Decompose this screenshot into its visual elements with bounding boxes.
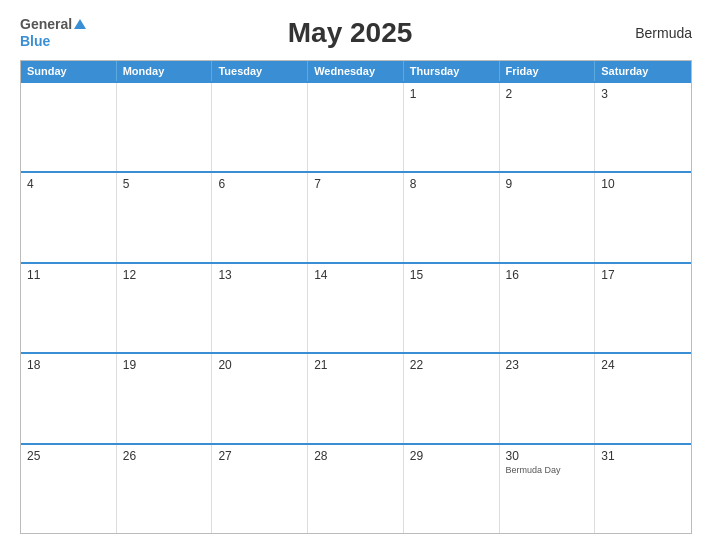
cell-may-20: 20 <box>212 354 308 442</box>
cell-may-25: 25 <box>21 445 117 533</box>
logo-general-text: General <box>20 16 72 32</box>
cell-may-21: 21 <box>308 354 404 442</box>
logo-row: General <box>20 16 88 32</box>
header-thursday: Thursday <box>404 61 500 81</box>
cell-may-3: 3 <box>595 83 691 171</box>
cell-may-23: 23 <box>500 354 596 442</box>
cell-may-11: 11 <box>21 264 117 352</box>
cell-may-10: 10 <box>595 173 691 261</box>
cell-may-22: 22 <box>404 354 500 442</box>
cell-may-16: 16 <box>500 264 596 352</box>
days-header: Sunday Monday Tuesday Wednesday Thursday… <box>21 61 691 81</box>
header-wednesday: Wednesday <box>308 61 404 81</box>
cell-empty <box>308 83 404 171</box>
cell-may-26: 26 <box>117 445 213 533</box>
cell-may-30: 30 Bermuda Day <box>500 445 596 533</box>
week-1: 1 2 3 <box>21 81 691 171</box>
cell-empty <box>21 83 117 171</box>
header-saturday: Saturday <box>595 61 691 81</box>
cell-may-2: 2 <box>500 83 596 171</box>
bermuda-day-label: Bermuda Day <box>506 465 561 475</box>
cell-may-12: 12 <box>117 264 213 352</box>
logo-blue-row: Blue <box>20 32 50 50</box>
week-4: 18 19 20 21 22 23 24 <box>21 352 691 442</box>
cell-may-8: 8 <box>404 173 500 261</box>
header: General Blue May 2025 Bermuda <box>20 16 692 50</box>
week-3: 11 12 13 14 15 16 17 <box>21 262 691 352</box>
cell-empty <box>212 83 308 171</box>
header-monday: Monday <box>117 61 213 81</box>
calendar: Sunday Monday Tuesday Wednesday Thursday… <box>20 60 692 534</box>
cell-may-15: 15 <box>404 264 500 352</box>
header-sunday: Sunday <box>21 61 117 81</box>
logo-triangle-icon <box>74 19 86 29</box>
cell-may-6: 6 <box>212 173 308 261</box>
cell-may-7: 7 <box>308 173 404 261</box>
cell-may-17: 17 <box>595 264 691 352</box>
cell-may-29: 29 <box>404 445 500 533</box>
header-tuesday: Tuesday <box>212 61 308 81</box>
logo: General Blue <box>20 16 88 50</box>
calendar-body: 1 2 3 4 5 6 7 8 9 10 11 12 13 14 15 <box>21 81 691 533</box>
cell-may-19: 19 <box>117 354 213 442</box>
cell-may-5: 5 <box>117 173 213 261</box>
cell-may-1: 1 <box>404 83 500 171</box>
cell-may-24: 24 <box>595 354 691 442</box>
cell-may-9: 9 <box>500 173 596 261</box>
cell-may-27: 27 <box>212 445 308 533</box>
region-label: Bermuda <box>612 25 692 41</box>
week-5: 25 26 27 28 29 30 Bermuda Day 31 <box>21 443 691 533</box>
cell-may-18: 18 <box>21 354 117 442</box>
cell-may-4: 4 <box>21 173 117 261</box>
calendar-title: May 2025 <box>88 17 612 49</box>
cell-may-14: 14 <box>308 264 404 352</box>
cell-empty <box>117 83 213 171</box>
logo-blue-text: Blue <box>20 33 50 49</box>
calendar-page: General Blue May 2025 Bermuda Sunday Mon… <box>0 0 712 550</box>
header-friday: Friday <box>500 61 596 81</box>
week-2: 4 5 6 7 8 9 10 <box>21 171 691 261</box>
cell-may-13: 13 <box>212 264 308 352</box>
cell-may-31: 31 <box>595 445 691 533</box>
cell-may-28: 28 <box>308 445 404 533</box>
